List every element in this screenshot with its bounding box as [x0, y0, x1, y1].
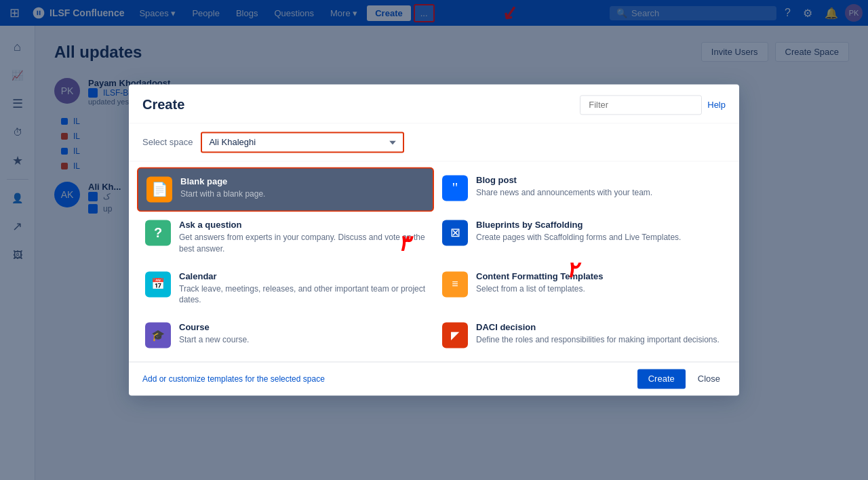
template-course[interactable]: 🎓 Course Start a new course. — [137, 315, 434, 357]
template-desc-content: Select from a list of templates. — [476, 283, 604, 295]
template-info-calendar: Calendar Track leave, meetings, releases… — [179, 271, 426, 306]
template-info-question: Ask a question Get answers from experts … — [179, 220, 426, 255]
template-icon-calendar: 📅 — [145, 271, 171, 297]
template-blank-page[interactable]: 📄 Blank page Start with a blank page. — [137, 167, 434, 212]
template-desc-calendar: Track leave, meetings, releases, and oth… — [179, 283, 426, 306]
template-name-blog: Blog post — [476, 175, 652, 185]
template-info-content: Content Formatting Templates Select from… — [476, 271, 604, 295]
modal-close-button[interactable]: Close — [692, 369, 726, 389]
template-desc-blank: Start with a blank page. — [180, 188, 265, 200]
footer-actions: Create Close — [637, 369, 726, 389]
template-name-content: Content Formatting Templates — [476, 271, 604, 281]
template-icon-daci: ◤ — [442, 323, 468, 348]
template-content-formatting[interactable]: ≡ Content Formatting Templates Select fr… — [434, 263, 731, 315]
template-blog-post[interactable]: " Blog post Share news and announcements… — [434, 167, 731, 212]
space-select[interactable]: Ali Khaleghi — [201, 132, 404, 153]
template-icon-content: ≡ — [442, 271, 468, 297]
template-ask-question[interactable]: ? Ask a question Get answers from expert… — [137, 212, 434, 263]
modal-title: Create — [142, 97, 184, 113]
modal-header: Create Help — [129, 84, 739, 123]
template-name-blueprints: Blueprints by Scaffolding — [476, 220, 681, 230]
template-info-blueprints: Blueprints by Scaffolding Create pages w… — [476, 220, 681, 243]
template-icon-blog: " — [442, 175, 468, 201]
template-blueprints[interactable]: ⊠ Blueprints by Scaffolding Create pages… — [434, 212, 731, 263]
template-desc-daci: Define the roles and responsibilities fo… — [476, 335, 719, 346]
help-link[interactable]: Help — [707, 100, 726, 110]
template-icon-blueprints: ⊠ — [442, 220, 468, 245]
template-desc-question: Get answers from experts in your company… — [179, 232, 426, 255]
modal-footer: Add or customize templates for the selec… — [129, 362, 739, 396]
modal-filter: Help — [580, 95, 726, 115]
template-icon-course: 🎓 — [145, 323, 171, 348]
template-info-course: Course Start a new course. — [179, 323, 249, 346]
template-icon-question: ? — [145, 220, 171, 245]
create-modal: Create Help Select space Ali Khaleghi ۲ … — [129, 84, 739, 395]
template-name-question: Ask a question — [179, 220, 426, 230]
template-icon-blank: 📄 — [146, 176, 172, 202]
templates-grid: 📄 Blank page Start with a blank page. " … — [129, 161, 739, 361]
template-name-blank: Blank page — [180, 176, 265, 186]
template-info-daci: DACI decision Define the roles and respo… — [476, 323, 719, 346]
space-label: Select space — [142, 137, 193, 147]
template-info-blank: Blank page Start with a blank page. — [180, 176, 265, 200]
modal-create-button[interactable]: Create — [637, 369, 686, 389]
template-daci[interactable]: ◤ DACI decision Define the roles and res… — [434, 315, 731, 357]
template-desc-blog: Share news and announcements with your t… — [476, 187, 652, 199]
template-desc-blueprints: Create pages with Scaffolding forms and … — [476, 232, 681, 243]
template-name-course: Course — [179, 323, 249, 333]
template-info-blog: Blog post Share news and announcements w… — [476, 175, 652, 199]
template-name-calendar: Calendar — [179, 271, 426, 281]
template-calendar[interactable]: 📅 Calendar Track leave, meetings, releas… — [137, 263, 434, 315]
space-selector: Select space Ali Khaleghi ۲ — [129, 123, 739, 161]
filter-input[interactable] — [580, 95, 702, 115]
modal-body: Select space Ali Khaleghi ۲ 📄 Blank page… — [129, 123, 739, 361]
template-desc-course: Start a new course. — [179, 335, 249, 346]
template-name-daci: DACI decision — [476, 323, 719, 333]
footer-customize-link[interactable]: Add or customize templates for the selec… — [142, 374, 325, 384]
